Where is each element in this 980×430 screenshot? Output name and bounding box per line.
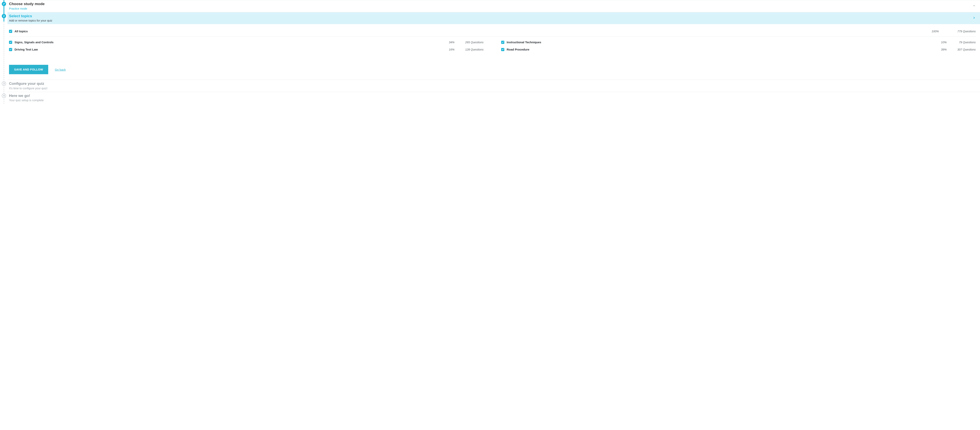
step-badge-active: 2 <box>2 14 6 18</box>
topic-question-count: 779 Questions <box>940 30 976 33</box>
checkbox-checked-icon <box>501 48 504 51</box>
step-badge-pending: 4 <box>2 94 6 98</box>
step-number: 3 <box>3 82 5 85</box>
step-select-topics: 2 Select topics Add or remove topics for… <box>8 12 980 80</box>
step-subtitle: Add or remove topics for your quiz <box>9 19 970 22</box>
topic-name: Instructional Techniques <box>507 41 541 44</box>
topic-name: Driving Test Law <box>14 48 38 51</box>
checkbox-checked-icon <box>9 30 12 33</box>
topic-row: Signs, Signals and Controls 34% 265 Ques… <box>9 38 484 46</box>
topic-percent: 100% <box>921 30 939 33</box>
go-back-link[interactable]: Go back <box>55 68 66 71</box>
step-number: 2 <box>3 15 5 17</box>
topics-panel: All topics 100% 779 Questions Signs, Sig… <box>8 24 980 80</box>
topic-name: Road Procedure <box>507 48 530 51</box>
step-header[interactable]: Configure your quiz It's time to configu… <box>8 80 980 92</box>
checkbox-checked-icon <box>9 41 12 44</box>
topic-toggle[interactable]: Road Procedure <box>501 48 929 51</box>
step-subtitle: Your quiz setup is complete <box>9 99 976 102</box>
step-badge-pending: 3 <box>2 81 6 86</box>
step-header[interactable]: Here we go! Your quiz setup is complete <box>8 92 980 104</box>
all-topics-row: All topics 100% 779 Questions <box>9 28 976 36</box>
actions-row: SAVE AND FOLLOW Go back <box>9 65 976 74</box>
topics-grid: Signs, Signals and Controls 34% 265 Ques… <box>9 36 976 53</box>
step-header[interactable]: Choose study mode Practice mode <box>8 0 980 12</box>
topic-toggle[interactable]: Driving Test Law <box>9 48 437 51</box>
topic-row: Driving Test Law 16% 128 Questions <box>9 46 484 53</box>
checkbox-checked-icon <box>501 41 504 44</box>
topic-percent: 39% <box>931 48 947 51</box>
topic-name: All topics <box>14 30 28 33</box>
check-icon <box>3 3 5 5</box>
save-and-follow-button[interactable]: SAVE AND FOLLOW <box>9 65 48 74</box>
step-number: 4 <box>3 94 5 97</box>
step-choose-study-mode: Choose study mode Practice mode <box>8 0 980 12</box>
topic-name: Signs, Signals and Controls <box>14 41 54 44</box>
topic-percent: 16% <box>439 48 455 51</box>
topic-toggle[interactable]: Instructional Techniques <box>501 41 929 44</box>
topic-row: Road Procedure 39% 307 Questions <box>501 46 976 53</box>
step-subtitle: Practice mode <box>9 7 970 10</box>
step-title: Select topics <box>9 14 970 19</box>
topic-question-count: 128 Questions <box>456 48 484 51</box>
step-subtitle: It's time to configure your quiz! <box>9 87 976 90</box>
chevron-right-icon <box>972 16 976 19</box>
wizard: Choose study mode Practice mode 2 Select… <box>0 0 980 104</box>
topic-row: Instructional Techniques 10% 79 Question… <box>501 38 976 46</box>
topic-toggle[interactable]: Signs, Signals and Controls <box>9 41 437 44</box>
step-here-we-go: 4 Here we go! Your quiz setup is complet… <box>8 92 980 104</box>
topic-question-count: 79 Questions <box>948 41 976 44</box>
step-configure-quiz: 3 Configure your quiz It's time to confi… <box>8 80 980 92</box>
step-header[interactable]: Select topics Add or remove topics for y… <box>8 12 980 24</box>
topic-question-count: 265 Questions <box>456 41 484 44</box>
all-topics-toggle[interactable]: All topics <box>9 30 920 33</box>
topic-percent: 10% <box>931 41 947 44</box>
step-title: Choose study mode <box>9 2 970 7</box>
step-badge-complete <box>2 2 6 6</box>
topic-percent: 34% <box>439 41 455 44</box>
checkbox-checked-icon <box>9 48 12 51</box>
step-title: Here we go! <box>9 93 976 98</box>
topic-question-count: 307 Questions <box>948 48 976 51</box>
step-title: Configure your quiz <box>9 81 976 86</box>
chevron-down-icon <box>972 4 976 7</box>
